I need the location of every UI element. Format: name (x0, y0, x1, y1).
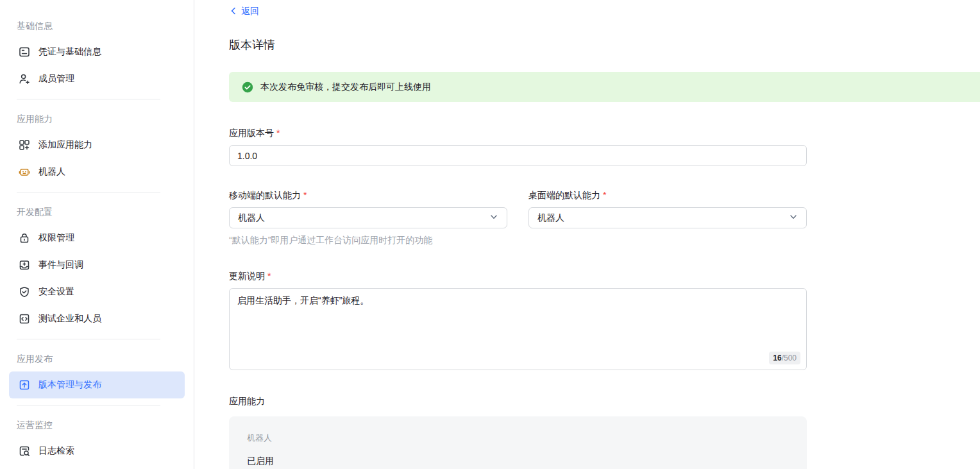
mobile-capability-label: 移动端的默认能力* (229, 189, 507, 201)
sidebar-item-credentials[interactable]: 凭证与基础信息 (9, 38, 185, 65)
version-input[interactable] (229, 145, 807, 166)
required-asterisk: * (276, 128, 280, 138)
version-label: 应用版本号* (229, 126, 980, 139)
permission-lock-icon (18, 232, 31, 244)
sidebar-item-permissions[interactable]: 权限管理 (9, 225, 185, 252)
publish-arrow-icon (18, 379, 31, 391)
sidebar-item-label: 凭证与基础信息 (38, 46, 101, 58)
sidebar-divider (17, 405, 160, 405)
sidebar-item-label: 日志检索 (38, 445, 74, 457)
mobile-capability-value: 机器人 (238, 212, 265, 224)
chevron-down-icon (489, 212, 498, 223)
sidebar-section-basic-info: 基础信息 (17, 19, 177, 32)
sidebar-divider (17, 192, 160, 192)
default-capability-hint: “默认能力”即用户通过工作台访问应用时打开的功能 (229, 235, 980, 246)
success-banner-text: 本次发布免审核，提交发布后即可上线使用 (260, 81, 431, 93)
sidebar-item-test-org[interactable]: 测试企业和人员 (9, 305, 185, 332)
required-asterisk: * (303, 190, 307, 200)
credential-card-icon (18, 46, 31, 58)
main-content: 返回 版本详情 本次发布免审核，提交发布后即可上线使用 应用版本号* 移动端的默… (194, 0, 980, 469)
robot-icon (18, 166, 31, 178)
sidebar-item-version-release[interactable]: 版本管理与发布 (9, 371, 185, 398)
add-capability-icon (18, 139, 31, 151)
sidebar-item-log-search[interactable]: 日志检索 (9, 438, 185, 465)
page-title: 版本详情 (229, 37, 980, 53)
capability-section-title: 应用能力 (229, 396, 980, 407)
back-link-label: 返回 (241, 4, 259, 17)
sidebar-item-members[interactable]: 成员管理 (9, 65, 185, 92)
success-banner: 本次发布免审核，提交发布后即可上线使用 (229, 72, 980, 102)
chevron-down-icon (789, 212, 798, 223)
chevron-left-icon (229, 6, 238, 15)
changelog-textarea[interactable]: 启用生活助手，开启“养虾”旅程。 (229, 288, 807, 370)
security-shield-icon (18, 286, 31, 298)
changelog-label: 更新说明* (229, 269, 980, 282)
sidebar-item-label: 安全设置 (38, 286, 74, 298)
char-counter: 16/500 (769, 352, 800, 364)
log-search-icon (18, 445, 31, 457)
back-link[interactable]: 返回 (229, 4, 259, 17)
sidebar-item-add-capability[interactable]: 添加应用能力 (9, 132, 185, 158)
capability-status: 已启用 (247, 456, 789, 467)
sidebar-item-label: 成员管理 (38, 73, 74, 85)
sidebar-item-security-settings[interactable]: 安全设置 (9, 278, 185, 305)
capability-box: 机器人 已启用 (229, 416, 807, 469)
sidebar-section-dev-config: 开发配置 (17, 205, 177, 218)
desktop-capability-label: 桌面端的默认能力* (528, 189, 807, 201)
app-window: 基础信息 凭证与基础信息 成员管理 应用能力 添加应用能力 机器人 (0, 0, 980, 469)
sidebar-item-events-callbacks[interactable]: 事件与回调 (9, 252, 185, 278)
sidebar: 基础信息 凭证与基础信息 成员管理 应用能力 添加应用能力 机器人 (0, 0, 194, 469)
sidebar-item-label: 事件与回调 (38, 259, 83, 271)
sidebar-item-label: 机器人 (38, 166, 65, 178)
sidebar-item-label: 版本管理与发布 (38, 379, 101, 391)
desktop-capability-select[interactable]: 机器人 (528, 207, 807, 228)
capability-name: 机器人 (247, 432, 789, 444)
event-callback-icon (18, 259, 31, 271)
sidebar-section-app-release: 应用发布 (17, 352, 177, 365)
sidebar-item-label: 添加应用能力 (38, 139, 92, 151)
sidebar-section-ops-monitor: 运营监控 (17, 418, 177, 431)
sidebar-item-label: 测试企业和人员 (38, 313, 101, 325)
sidebar-divider (17, 99, 160, 99)
member-add-icon (18, 72, 31, 85)
success-check-icon (242, 81, 253, 93)
required-asterisk: * (267, 271, 271, 281)
char-limit: /500 (782, 354, 797, 362)
required-asterisk: * (603, 190, 606, 200)
mobile-capability-select[interactable]: 机器人 (229, 207, 507, 228)
code-test-icon (18, 312, 31, 325)
sidebar-item-robot[interactable]: 机器人 (9, 158, 185, 185)
sidebar-divider (17, 339, 160, 339)
sidebar-item-label: 权限管理 (38, 232, 74, 244)
desktop-capability-value: 机器人 (537, 212, 564, 224)
sidebar-section-app-capability: 应用能力 (17, 112, 177, 125)
char-count: 16 (773, 354, 781, 362)
